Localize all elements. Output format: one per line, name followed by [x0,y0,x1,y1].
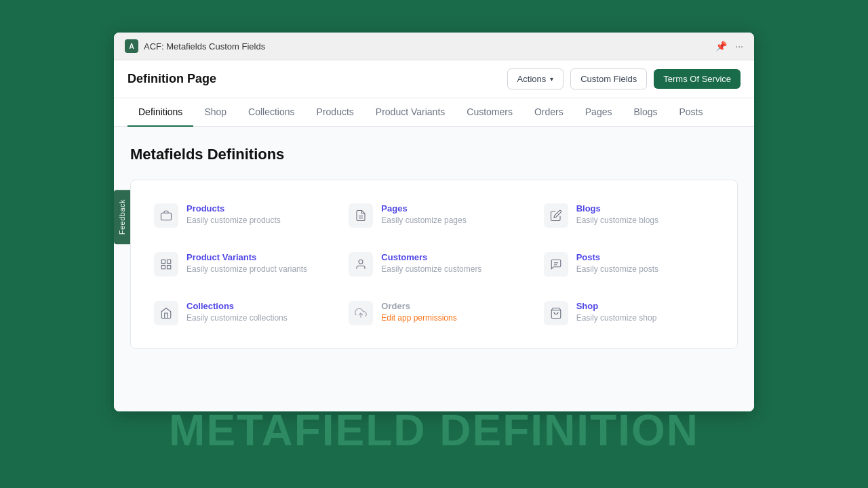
pages-desc: Easily customize pages [381,215,466,226]
orders-name: Orders [381,301,456,311]
main-content: Metafields Definitions Products Easily c… [114,127,754,411]
browser-title-row: A ACF: Metafields Custom Fields [125,39,265,53]
collections-desc: Easily customize collections [186,312,288,324]
tab-shop[interactable]: Shop [193,98,237,127]
shop-icon [544,301,568,325]
svg-rect-3 [167,260,171,263]
tab-collections[interactable]: Collections [237,98,305,127]
tab-orders[interactable]: Orders [524,98,574,127]
svg-rect-5 [167,266,171,269]
browser-window: A ACF: Metafields Custom Fields 📌 ··· De… [114,33,754,411]
browser-controls: 📌 ··· [715,41,743,52]
orders-desc[interactable]: Edit app permissions [381,312,456,324]
shop-name: Shop [576,301,657,311]
customers-text: Customers Easily customize customers [381,252,481,275]
app-header: Definition Page Actions ▾ Custom Fields … [114,60,754,98]
products-name: Products [186,203,281,214]
header-actions: Actions ▾ Custom Fields Terms Of Service [507,68,741,89]
cards-grid: Products Easily customize products [144,194,724,335]
product-variants-desc: Easily customize product variants [186,264,307,275]
orders-icon [349,301,373,325]
blogs-icon [544,203,568,228]
posts-text: Posts Easily customize posts [576,252,658,275]
bottom-tagline: METAFIELD DEFINITION [0,405,868,455]
pin-icon[interactable]: 📌 [715,41,727,52]
card-customers[interactable]: Customers Easily customize customers [339,243,528,286]
tab-definitions[interactable]: Definitions [127,98,193,127]
pages-name: Pages [381,203,466,214]
terms-label: Terms Of Service [663,74,731,84]
card-product-variants[interactable]: Product Variants Easily customize produc… [144,243,334,286]
collections-name: Collections [186,301,288,311]
more-options-icon[interactable]: ··· [735,41,743,52]
products-text: Products Easily customize products [186,203,281,226]
card-pages[interactable]: Pages Easily customize pages [339,194,528,237]
browser-title: ACF: Metafields Custom Fields [144,41,265,52]
card-shop[interactable]: Shop Easily customize shop [534,291,724,335]
actions-label: Actions [517,74,547,84]
tab-products[interactable]: Products [306,98,365,127]
product-variants-icon [154,252,178,277]
feedback-tab[interactable]: Feedback [114,190,130,244]
browser-chrome: A ACF: Metafields Custom Fields 📌 ··· [114,33,754,60]
custom-fields-button[interactable]: Custom Fields [570,68,647,89]
posts-desc: Easily customize posts [576,264,658,275]
feedback-label: Feedback [118,199,126,235]
blogs-text: Blogs Easily customize blogs [576,203,658,226]
svg-rect-2 [161,260,165,263]
shop-desc: Easily customize shop [576,312,657,324]
blogs-name: Blogs [576,203,658,214]
product-variants-name: Product Variants [186,252,307,262]
collections-icon [154,301,178,325]
tab-product-variants[interactable]: Product Variants [365,98,456,127]
customers-desc: Easily customize customers [381,264,481,275]
posts-icon [544,252,568,277]
tab-posts[interactable]: Posts [669,98,714,127]
collections-text: Collections Easily customize collections [186,301,288,324]
custom-fields-label: Custom Fields [580,74,637,84]
orders-text: Orders Edit app permissions [381,301,456,324]
blogs-desc: Easily customize blogs [576,215,658,226]
actions-button[interactable]: Actions ▾ [507,68,564,89]
terms-of-service-button[interactable]: Terms Of Service [654,69,741,89]
shop-text: Shop Easily customize shop [576,301,657,324]
customers-icon [349,252,373,277]
tab-blogs[interactable]: Blogs [623,98,668,127]
product-variants-text: Product Variants Easily customize produc… [186,252,307,275]
tab-pages[interactable]: Pages [574,98,623,127]
products-desc: Easily customize products [186,215,281,226]
cards-container: Products Easily customize products [130,180,738,349]
card-products[interactable]: Products Easily customize products [144,194,334,237]
svg-rect-4 [161,266,165,269]
card-posts[interactable]: Posts Easily customize posts [534,243,724,286]
card-orders[interactable]: Orders Edit app permissions [339,291,528,335]
main-heading: Metafields Definitions [130,146,738,163]
chevron-down-icon: ▾ [550,75,553,83]
customers-name: Customers [381,252,481,262]
posts-name: Posts [576,252,658,262]
app-icon: A [125,39,138,53]
tab-customers[interactable]: Customers [456,98,524,127]
nav-tabs: Definitions Shop Collections Products Pr… [114,98,754,127]
products-icon [154,203,178,228]
card-blogs[interactable]: Blogs Easily customize blogs [534,194,724,237]
pages-icon [349,203,373,228]
card-collections[interactable]: Collections Easily customize collections [144,291,334,335]
pages-text: Pages Easily customize pages [381,203,466,226]
page-title: Definition Page [127,72,216,86]
svg-point-6 [359,260,363,264]
